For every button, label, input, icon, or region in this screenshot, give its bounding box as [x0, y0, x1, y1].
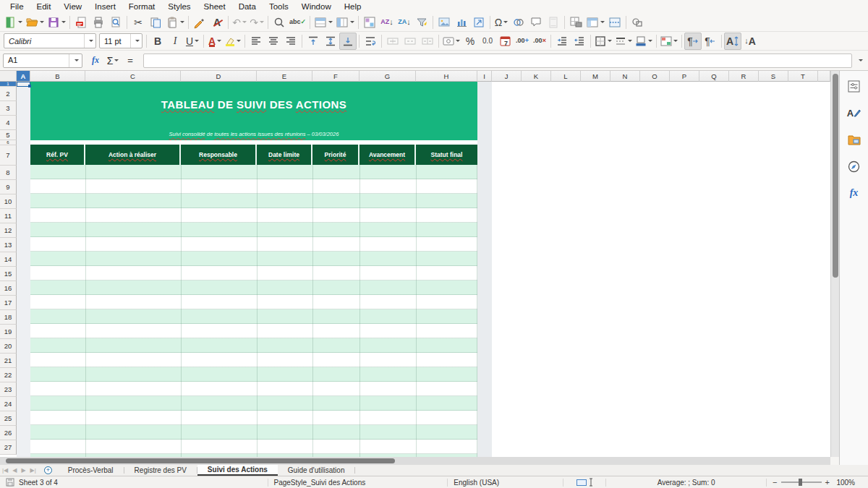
next-sheet-icon[interactable]: ▶ — [19, 467, 27, 474]
zoom-slider[interactable]: − + — [773, 479, 830, 487]
column-header-s[interactable]: S — [759, 71, 788, 82]
special-character-button[interactable]: Ω — [493, 14, 510, 31]
column-header-c[interactable]: C — [85, 71, 181, 82]
open-file-button[interactable] — [24, 14, 46, 31]
sidebar-styles-icon[interactable]: A — [846, 105, 862, 121]
column-header-g[interactable]: G — [359, 71, 416, 82]
row-header[interactable]: 5 — [0, 130, 17, 140]
text-orientation-vertical-button[interactable]: ↓A — [741, 33, 759, 50]
column-i-strip[interactable] — [477, 82, 492, 457]
row-header[interactable]: 7 — [0, 145, 17, 166]
table-body-striped-rows[interactable] — [30, 165, 477, 457]
row-header[interactable]: 2 — [0, 87, 17, 101]
row-header[interactable]: 19 — [0, 325, 17, 339]
find-replace-button[interactable] — [271, 14, 288, 31]
redo-button[interactable]: ↷ — [248, 14, 265, 31]
column-header-t[interactable]: T — [788, 71, 818, 82]
column-header-d[interactable]: D — [181, 71, 257, 82]
spelling-button[interactable]: abc✓ — [288, 14, 307, 31]
vertical-scrollbar[interactable] — [830, 71, 839, 457]
print-area-button[interactable] — [567, 14, 584, 31]
add-sheet-button[interactable]: + — [44, 466, 52, 474]
column-a-strip[interactable] — [17, 82, 30, 457]
italic-button[interactable]: I — [166, 33, 184, 50]
format-number-button[interactable]: 0.0 — [479, 33, 496, 50]
row-header[interactable]: 4 — [0, 116, 17, 130]
menu-item[interactable]: File — [4, 1, 30, 12]
row-header[interactable]: 24 — [0, 397, 17, 411]
column-header-q[interactable]: Q — [699, 71, 729, 82]
insert-pivot-table-button[interactable] — [470, 14, 488, 31]
column-header-i[interactable]: I — [477, 71, 492, 82]
sort-descending-button[interactable]: ZA↓ — [396, 14, 413, 31]
font-size-combo[interactable]: 11 pt — [99, 33, 142, 48]
name-box[interactable]: A1 — [3, 53, 82, 68]
last-sheet-icon[interactable]: ▶| — [28, 467, 38, 474]
format-currency-button[interactable] — [441, 33, 461, 50]
print-preview-button[interactable] — [107, 14, 124, 31]
vertical-scrollbar-thumb[interactable] — [833, 74, 838, 278]
horizontal-scrollbar-thumb[interactable] — [6, 458, 395, 463]
menu-item[interactable]: Sheet — [197, 1, 232, 12]
zoom-level[interactable]: 100% — [830, 479, 862, 487]
column-header-m[interactable]: M — [581, 71, 610, 82]
column-header-j[interactable]: J — [492, 71, 522, 82]
column-header-k[interactable]: K — [522, 71, 551, 82]
align-top-button[interactable] — [305, 33, 322, 50]
font-name-dropdown-icon[interactable] — [84, 34, 95, 48]
menu-item[interactable]: Tools — [263, 1, 295, 12]
conditional-formatting-button[interactable] — [659, 33, 679, 50]
select-all-corner[interactable] — [0, 71, 17, 82]
row-header[interactable]: 8 — [0, 166, 17, 180]
highlight-color-button[interactable] — [224, 33, 242, 50]
column-header-f[interactable]: F — [312, 71, 359, 82]
select-sum-button[interactable]: Σ — [104, 52, 122, 69]
sheet-tab-suivi-des-actions[interactable]: Suivi des Actions — [197, 465, 278, 476]
add-decimal-button[interactable]: .00+ — [514, 33, 531, 50]
row-header[interactable]: 3 — [0, 101, 17, 116]
cut-icon[interactable]: ✂ — [129, 14, 147, 31]
merge-and-center-button[interactable] — [384, 33, 401, 50]
column-header-n[interactable]: N — [610, 71, 640, 82]
unmerge-cells-button[interactable] — [419, 33, 436, 50]
print-button[interactable] — [90, 14, 107, 31]
export-pdf-button[interactable] — [72, 14, 90, 31]
table-header-avancement[interactable]: Avancement — [359, 145, 416, 165]
row-header[interactable]: 6 — [0, 140, 17, 145]
increase-indent-button[interactable] — [553, 33, 571, 50]
insert-columns-button[interactable] — [334, 14, 356, 31]
copy-button[interactable] — [147, 14, 164, 31]
wrap-text-button[interactable] — [362, 33, 379, 50]
column-header-l[interactable]: L — [551, 71, 581, 82]
table-header-statut-final[interactable]: Statut final — [416, 145, 477, 165]
row-header[interactable]: 23 — [0, 382, 17, 397]
row-header[interactable]: 16 — [0, 281, 17, 296]
sidebar-properties-icon[interactable] — [846, 78, 862, 94]
menu-item[interactable]: View — [57, 1, 88, 12]
function-wizard-button[interactable]: fx — [87, 52, 104, 69]
sheet-tab-registre-des-pv[interactable]: Registre des PV — [124, 465, 197, 476]
menu-item[interactable]: Format — [122, 1, 161, 12]
table-header-responsable[interactable]: Responsable — [181, 145, 257, 165]
undo-button[interactable]: ↶ — [231, 14, 248, 31]
row-header[interactable]: 15 — [0, 267, 17, 281]
sheet-tab-proces-verbal[interactable]: Procès-Verbal — [58, 465, 124, 476]
sidebar-functions-icon[interactable]: fx — [846, 185, 862, 201]
row-header[interactable]: 20 — [0, 339, 17, 354]
underline-button[interactable]: U — [184, 33, 201, 50]
row-header[interactable]: 17 — [0, 296, 17, 310]
clear-formatting-button[interactable]: A — [208, 14, 226, 31]
formula-button[interactable]: = — [122, 52, 139, 69]
text-orientation-standard-button[interactable]: A — [724, 33, 741, 50]
zoom-out-icon[interactable]: − — [773, 479, 777, 487]
row-header[interactable]: 27 — [0, 440, 17, 455]
row-header[interactable]: 13 — [0, 238, 17, 252]
zoom-slider-track[interactable] — [781, 481, 822, 483]
document-banner[interactable]: TABLEAU DE SUIVI DES ACTIONS Suivi conso… — [30, 82, 477, 140]
align-left-button[interactable] — [247, 33, 265, 50]
zoom-slider-thumb[interactable] — [799, 479, 802, 486]
insert-image-button[interactable] — [435, 14, 453, 31]
insert-chart-button[interactable] — [453, 14, 470, 31]
row-header[interactable]: 21 — [0, 354, 17, 368]
sort-button[interactable] — [361, 14, 378, 31]
